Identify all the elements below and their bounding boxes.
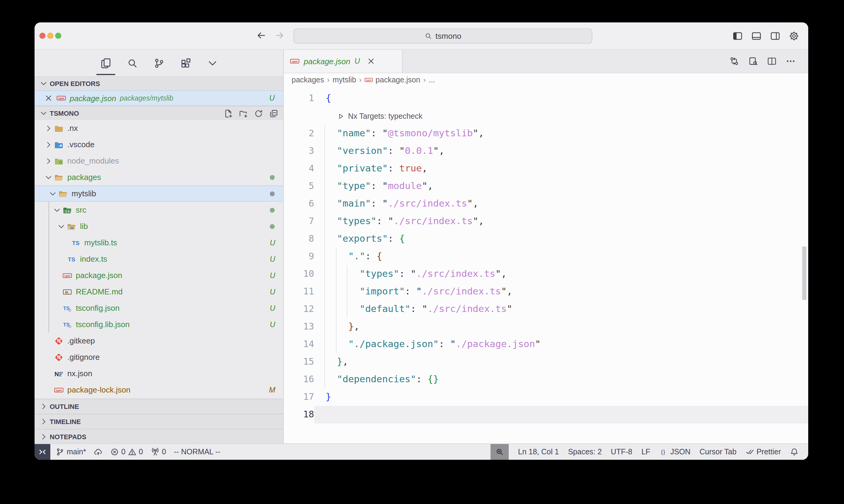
macos-close-button[interactable] xyxy=(39,33,46,39)
macos-minimize-button[interactable] xyxy=(47,33,53,39)
tree-item-packages[interactable]: packages xyxy=(35,169,283,185)
toggle-primary-sidebar-button[interactable] xyxy=(733,31,743,41)
command-center-search[interactable]: tsmono xyxy=(293,29,592,43)
panel-header-outline[interactable]: OUTLINE xyxy=(35,399,283,414)
code-line-8[interactable]: 8 "exports": { xyxy=(284,230,808,248)
open-editor-item[interactable]: npm package.json packages/mytslib U xyxy=(35,90,283,106)
status-eol[interactable]: LF xyxy=(641,448,650,456)
chevron-right-icon[interactable] xyxy=(44,157,53,165)
activity-source-control[interactable] xyxy=(153,57,165,69)
tree-item-nx.json[interactable]: N𝙵nx.json xyxy=(35,365,283,382)
code-line-9[interactable]: 9 ".": { xyxy=(284,248,808,265)
new-folder-button[interactable] xyxy=(239,109,248,118)
tree-item-package.json[interactable]: npmpackage.jsonU xyxy=(35,267,283,284)
status-language[interactable]: {}JSON xyxy=(659,448,691,456)
code-line-18[interactable]: 18 xyxy=(284,406,808,424)
status-branch[interactable]: main* xyxy=(56,448,86,456)
open-changes-button[interactable] xyxy=(729,56,739,66)
status-cursor-position[interactable]: Ln 18, Col 1 xyxy=(518,448,559,456)
code-line-10[interactable]: 10 "types": "./src/index.ts", xyxy=(284,265,808,283)
tree-item-label: index.ts xyxy=(80,254,107,264)
navigate-forward-button[interactable] xyxy=(275,30,285,41)
status-formatter[interactable]: Prettier xyxy=(745,448,781,456)
code-line-14[interactable]: 14 "./package.json": "./package.json" xyxy=(284,336,808,353)
activity-search[interactable] xyxy=(126,57,138,69)
new-file-button[interactable] xyxy=(224,109,233,118)
tree-item-.nx[interactable]: .nx xyxy=(35,120,283,136)
toggle-secondary-sidebar-button[interactable] xyxy=(770,31,780,41)
refresh-button[interactable] xyxy=(254,109,263,118)
code-line-3[interactable]: 3 "version": "0.0.1", xyxy=(284,142,808,160)
code-line-16[interactable]: 16 "dependencies": {} xyxy=(284,371,808,388)
tree-item-node_modules[interactable]: jsnode_modules xyxy=(35,152,283,169)
navigate-back-button[interactable] xyxy=(256,30,266,41)
status-vim-mode[interactable]: -- NORMAL -- xyxy=(174,448,220,456)
status-indentation[interactable]: Spaces: 2 xyxy=(568,448,602,456)
macos-zoom-button[interactable] xyxy=(55,33,61,39)
tree-item-mytslib[interactable]: mytslib xyxy=(35,185,283,202)
chevron-right-icon[interactable] xyxy=(44,140,53,149)
code-line-1[interactable]: 1{ xyxy=(284,90,808,107)
collapse-all-button[interactable] xyxy=(269,109,278,118)
toggle-panel-button[interactable] xyxy=(751,31,761,41)
status-problems[interactable]: 00 xyxy=(110,448,143,456)
code-line-4[interactable]: 4 "private": true, xyxy=(284,160,808,178)
breadcrumb-packages[interactable]: packages xyxy=(292,75,324,84)
open-editors-header[interactable]: OPEN EDITORS xyxy=(35,76,283,90)
chevron-down-icon[interactable] xyxy=(44,173,53,181)
tree-item-lib[interactable]: lib xyxy=(35,218,283,234)
remote-indicator[interactable] xyxy=(35,444,50,460)
activity-extensions[interactable] xyxy=(180,57,191,69)
tree-item-.vscode[interactable]: .vscode xyxy=(35,136,283,152)
status-encoding[interactable]: UTF-8 xyxy=(611,448,632,456)
code-line-17[interactable]: 17} xyxy=(284,388,808,406)
code-line-12[interactable]: 12 "default": "./src/index.ts" xyxy=(284,301,808,318)
tree-item-.gitignore[interactable]: .gitignore xyxy=(35,349,283,365)
close-icon[interactable] xyxy=(44,94,53,102)
codelens-nx-targets[interactable]: Nx Targets: typecheck xyxy=(284,107,808,125)
tab-package-json[interactable]: npm package.json U xyxy=(284,50,402,73)
open-preview-button[interactable] xyxy=(748,56,758,66)
chevron-down-icon[interactable] xyxy=(57,222,66,231)
close-tab-icon[interactable] xyxy=(366,57,375,66)
split-editor-button[interactable] xyxy=(767,56,777,66)
tree-item-tsconfig.lib.json[interactable]: TStsconfig.lib.jsonU xyxy=(35,316,283,332)
code-line-13[interactable]: 13 }, xyxy=(284,318,808,336)
breadcrumb-package-json[interactable]: npmpackage.json xyxy=(365,75,420,84)
code-line-11[interactable]: 11 "import": "./src/index.ts", xyxy=(284,283,808,301)
status-sync[interactable] xyxy=(94,448,102,456)
indent-guide xyxy=(324,213,325,230)
chevron-down-icon[interactable] xyxy=(53,206,61,214)
tree-item-README.md[interactable]: M↓README.mdU xyxy=(35,284,283,300)
status-notifications[interactable] xyxy=(790,448,798,456)
code-area[interactable]: 1{Nx Targets: typecheck2 "name": "@tsmon… xyxy=(284,86,808,444)
code-line-7[interactable]: 7 "types": "./src/index.ts", xyxy=(284,213,808,230)
activity-more-views[interactable] xyxy=(206,57,218,69)
tree-item-index.ts[interactable]: TSindex.tsU xyxy=(35,251,283,267)
status-screencast-zoom[interactable] xyxy=(491,444,509,460)
code-line-2[interactable]: 2 "name": "@tsmono/mytslib", xyxy=(284,125,808,142)
breadcrumb--[interactable]: ... xyxy=(429,75,435,84)
code-line-5[interactable]: 5 "type": "module", xyxy=(284,178,808,195)
chevron-down-icon[interactable] xyxy=(49,189,57,198)
code-line-15[interactable]: 15 }, xyxy=(284,353,808,371)
code-text: }, xyxy=(314,318,808,336)
explorer-section-header[interactable]: TSMONO xyxy=(35,106,283,120)
tree-item-src[interactable]: src xyxy=(35,202,283,218)
editor-scrollbar[interactable] xyxy=(802,247,806,300)
tree-item-.gitkeep[interactable]: .gitkeep xyxy=(35,332,283,349)
status-ports[interactable]: 0 xyxy=(151,448,166,456)
breadcrumb-mytslib[interactable]: mytslib xyxy=(332,75,356,84)
settings-button[interactable] xyxy=(789,31,799,41)
tree-item-package-lock.json[interactable]: npmpackage-lock.jsonM xyxy=(35,382,283,398)
tree-item-tsconfig.json[interactable]: TStsconfig.jsonU xyxy=(35,300,283,316)
panel-header-notepads[interactable]: NOTEPADS xyxy=(35,429,283,444)
more-actions-button[interactable] xyxy=(786,56,795,66)
status-cursor-tab[interactable]: Cursor Tab xyxy=(700,448,737,456)
code-line-6[interactable]: 6 "main": "./src/index.ts", xyxy=(284,195,808,213)
chevron-right-icon[interactable] xyxy=(44,124,53,132)
panel-header-timeline[interactable]: TIMELINE xyxy=(35,414,283,429)
indent-guide xyxy=(324,301,325,318)
tree-item-mytslib.ts[interactable]: TSmytslib.tsU xyxy=(35,234,283,251)
activity-explorer[interactable] xyxy=(100,57,111,69)
